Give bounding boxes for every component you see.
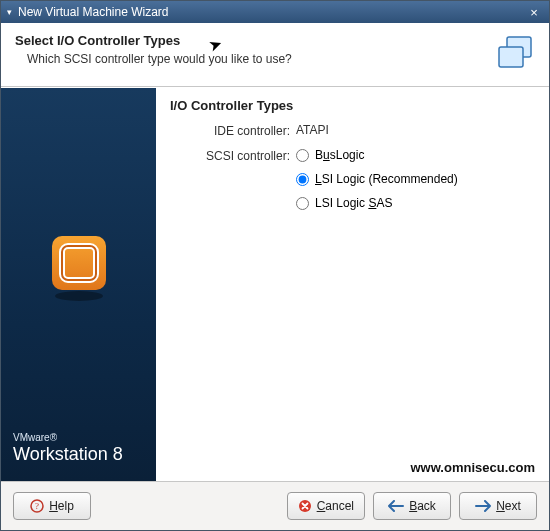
help-label: Help (49, 499, 74, 513)
svg-text:?: ? (35, 501, 39, 511)
svg-rect-1 (499, 47, 523, 67)
radio-lsilogic-input[interactable] (296, 173, 309, 186)
radio-lsisas-input[interactable] (296, 197, 309, 210)
section-title: I/O Controller Types (170, 98, 535, 113)
brand-big: Workstation 8 (13, 444, 144, 465)
radio-lsilogic[interactable]: LSI Logic (Recommended) (296, 172, 535, 186)
radio-lsilogic-label: LSI Logic (Recommended) (315, 172, 458, 186)
cancel-label: Cancel (317, 499, 354, 513)
watermark: www.omnisecu.com (411, 460, 536, 475)
next-arrow-icon (475, 500, 491, 512)
next-label: Next (496, 499, 521, 513)
ide-value: ATAPI (296, 123, 535, 138)
window-menu-icon[interactable]: ▾ (7, 7, 12, 17)
close-icon[interactable]: × (525, 4, 543, 20)
help-icon: ? (30, 499, 44, 513)
ide-label: IDE controller: (180, 123, 290, 138)
vmware-logo-icon (1, 228, 156, 302)
page-title: Select I/O Controller Types (15, 33, 535, 48)
wizard-header: Select I/O Controller Types Which SCSI c… (1, 23, 549, 87)
help-button[interactable]: ? Help (13, 492, 91, 520)
controller-form: IDE controller: ATAPI SCSI controller: B… (180, 123, 535, 210)
cancel-button[interactable]: Cancel (287, 492, 365, 520)
back-arrow-icon (388, 500, 404, 512)
svg-point-2 (55, 291, 103, 301)
wizard-window: ▾ New Virtual Machine Wizard × Select I/… (0, 0, 550, 531)
radio-buslogic-label: BusLogic (315, 148, 364, 162)
header-icon (495, 33, 537, 75)
radio-lsisas[interactable]: LSI Logic SAS (296, 196, 535, 210)
cancel-icon (298, 499, 312, 513)
side-panel: VMware® Workstation 8 (1, 88, 156, 481)
back-label: Back (409, 499, 436, 513)
back-button[interactable]: Back (373, 492, 451, 520)
radio-buslogic[interactable]: BusLogic (296, 148, 535, 162)
radio-lsisas-label: LSI Logic SAS (315, 196, 392, 210)
brand-small: VMware® (13, 432, 144, 443)
window-title: New Virtual Machine Wizard (18, 5, 525, 19)
titlebar: ▾ New Virtual Machine Wizard × (1, 1, 549, 23)
scsi-radio-group: BusLogic LSI Logic (Recommended) LSI Log… (296, 148, 535, 210)
radio-buslogic-input[interactable] (296, 149, 309, 162)
wizard-body: VMware® Workstation 8 I/O Controller Typ… (1, 87, 549, 481)
footer: ? Help Cancel Back Next (1, 481, 549, 530)
main-panel: I/O Controller Types IDE controller: ATA… (156, 88, 549, 481)
next-button[interactable]: Next (459, 492, 537, 520)
page-subtitle: Which SCSI controller type would you lik… (27, 52, 535, 66)
scsi-label: SCSI controller: (180, 148, 290, 210)
